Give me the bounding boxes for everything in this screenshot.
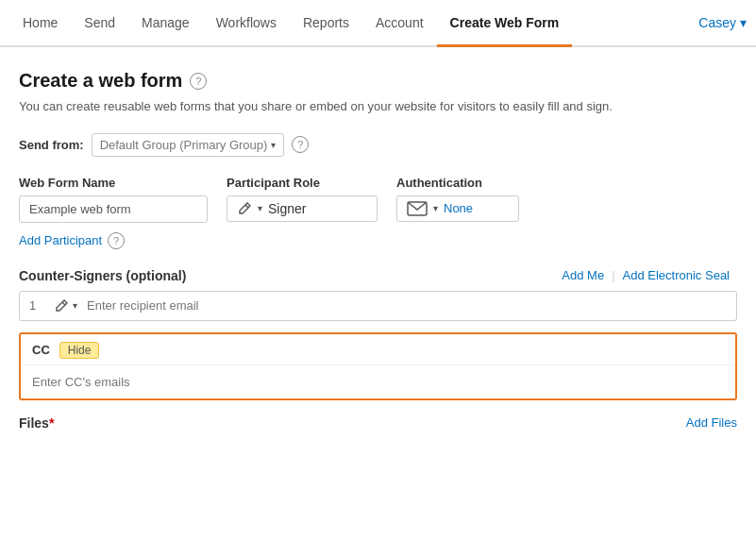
page-title-row: Create a web form ? <box>19 70 737 92</box>
fields-row: Web Form Name Participant Role ▾ Signer … <box>19 176 737 223</box>
nav-send[interactable]: Send <box>71 0 128 46</box>
cc-header: CC Hide <box>21 334 735 365</box>
nav-bar: Home Send Manage Workflows Reports Accou… <box>0 0 756 47</box>
send-from-select[interactable]: Default Group (Primary Group) ▾ <box>92 133 285 157</box>
web-form-name-input[interactable] <box>19 195 208 223</box>
add-participant-help-icon[interactable]: ? <box>108 232 125 249</box>
participant-role-group: Participant Role ▾ Signer <box>227 176 378 222</box>
send-from-label: Send from: <box>19 138 84 152</box>
nav-workflows[interactable]: Workflows <box>203 0 290 46</box>
svg-line-2 <box>62 302 65 305</box>
files-row: Files* Add Files <box>19 415 737 431</box>
add-electronic-seal-link[interactable]: Add Electronic Seal <box>615 268 737 282</box>
cc-hide-button[interactable]: Hide <box>59 342 100 359</box>
participant-role-label: Participant Role <box>227 176 378 190</box>
email-icon <box>407 201 428 216</box>
send-from-row: Send from: Default Group (Primary Group)… <box>19 133 737 157</box>
files-required-star: * <box>49 415 54 431</box>
participant-role-value: Signer <box>268 201 306 216</box>
authentication-select[interactable]: ▾ None <box>396 195 519 222</box>
recipient-role-chevron-icon: ▾ <box>73 300 77 311</box>
add-files-link[interactable]: Add Files <box>686 415 737 430</box>
add-participant-row: Add Participant ? <box>19 232 737 249</box>
participant-role-select[interactable]: ▾ Signer <box>227 195 378 222</box>
files-label: Files* <box>19 415 54 431</box>
user-name: Casey <box>698 15 736 30</box>
user-menu[interactable]: Casey ▾ <box>698 15 747 30</box>
recipient-email-input[interactable] <box>87 298 727 313</box>
authentication-group: Authentication ▾ None <box>396 176 519 222</box>
svg-line-0 <box>245 205 248 208</box>
nav-account[interactable]: Account <box>362 0 437 46</box>
pen-chevron-icon: ▾ <box>258 203 262 213</box>
pen-icon <box>237 201 252 216</box>
authentication-value: None <box>444 201 473 215</box>
auth-chevron-icon: ▾ <box>433 203 438 213</box>
send-from-value: Default Group (Primary Group) <box>100 138 268 152</box>
counter-signers-title: Counter-Signers (optional) <box>19 268 186 283</box>
files-label-text: Files <box>19 415 49 431</box>
cc-section: CC Hide <box>19 332 737 400</box>
recipient-role-select[interactable]: ▾ <box>54 298 77 313</box>
page-description: You can create reusable web forms that y… <box>19 97 737 116</box>
nav-manage[interactable]: Manage <box>128 0 203 46</box>
page-help-icon[interactable]: ? <box>190 73 207 90</box>
nav-create-web-form[interactable]: Create Web Form <box>437 0 573 47</box>
authentication-label: Authentication <box>396 176 519 190</box>
counter-signers-actions: Add Me | Add Electronic Seal <box>554 268 737 282</box>
add-participant-link[interactable]: Add Participant <box>19 233 102 247</box>
web-form-name-label: Web Form Name <box>19 176 208 190</box>
main-content: Create a web form ? You can create reusa… <box>0 47 756 449</box>
nav-reports[interactable]: Reports <box>290 0 362 46</box>
user-dropdown-icon: ▾ <box>740 15 747 30</box>
recipient-pen-icon <box>54 298 69 313</box>
nav-home[interactable]: Home <box>9 0 71 46</box>
send-from-help-icon[interactable]: ? <box>292 136 309 153</box>
page-title: Create a web form <box>19 70 182 92</box>
recipient-row: 1 ▾ <box>19 291 737 321</box>
web-form-name-group: Web Form Name <box>19 176 208 223</box>
send-from-chevron-icon: ▾ <box>271 140 276 150</box>
counter-signers-header: Counter-Signers (optional) Add Me | Add … <box>19 268 737 283</box>
cc-email-input[interactable] <box>21 365 735 398</box>
add-me-link[interactable]: Add Me <box>554 268 612 282</box>
recipient-number: 1 <box>29 298 44 313</box>
cc-label: CC <box>32 343 50 357</box>
